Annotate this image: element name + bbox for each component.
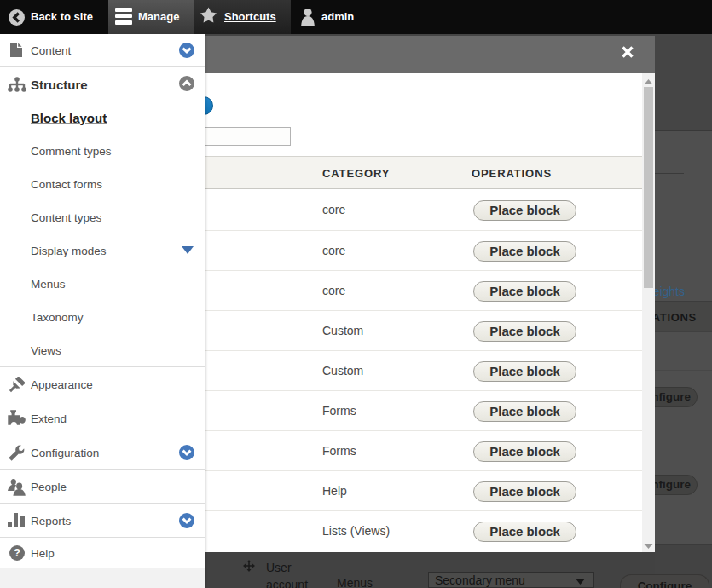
svg-text:?: ?: [14, 547, 20, 559]
